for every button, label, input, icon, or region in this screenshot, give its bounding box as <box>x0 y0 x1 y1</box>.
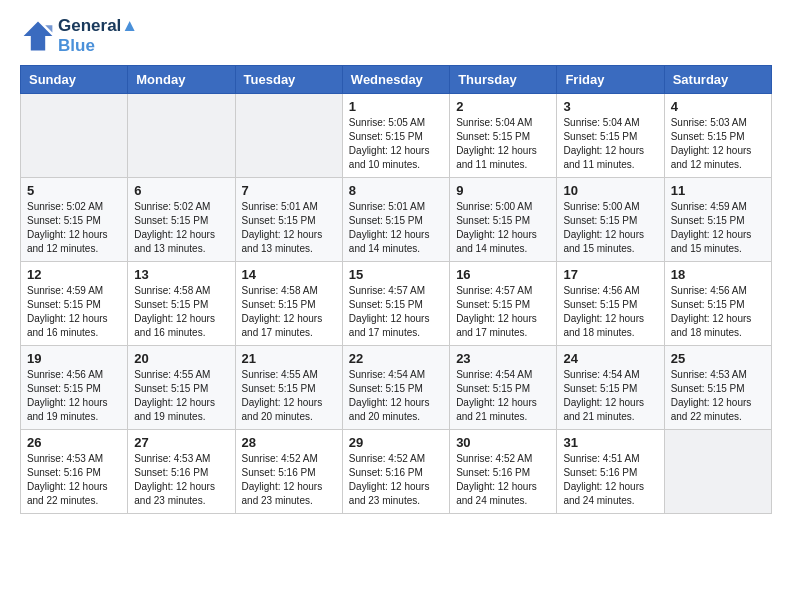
calendar-cell: 13Sunrise: 4:58 AM Sunset: 5:15 PM Dayli… <box>128 262 235 346</box>
calendar-cell: 28Sunrise: 4:52 AM Sunset: 5:16 PM Dayli… <box>235 430 342 514</box>
calendar-cell: 16Sunrise: 4:57 AM Sunset: 5:15 PM Dayli… <box>450 262 557 346</box>
calendar-cell: 15Sunrise: 4:57 AM Sunset: 5:15 PM Dayli… <box>342 262 449 346</box>
calendar-cell: 3Sunrise: 5:04 AM Sunset: 5:15 PM Daylig… <box>557 94 664 178</box>
day-number: 3 <box>563 99 657 114</box>
weekday-header-friday: Friday <box>557 66 664 94</box>
day-info: Sunrise: 4:54 AM Sunset: 5:15 PM Dayligh… <box>563 368 657 424</box>
day-number: 2 <box>456 99 550 114</box>
day-info: Sunrise: 4:57 AM Sunset: 5:15 PM Dayligh… <box>349 284 443 340</box>
calendar-cell: 1Sunrise: 5:05 AM Sunset: 5:15 PM Daylig… <box>342 94 449 178</box>
day-number: 24 <box>563 351 657 366</box>
logo-text: General▲ Blue <box>58 16 138 55</box>
day-number: 29 <box>349 435 443 450</box>
header: General▲ Blue <box>20 16 772 55</box>
weekday-header-row: SundayMondayTuesdayWednesdayThursdayFrid… <box>21 66 772 94</box>
calendar-cell: 22Sunrise: 4:54 AM Sunset: 5:15 PM Dayli… <box>342 346 449 430</box>
weekday-header-monday: Monday <box>128 66 235 94</box>
day-info: Sunrise: 4:53 AM Sunset: 5:16 PM Dayligh… <box>134 452 228 508</box>
calendar-cell <box>235 94 342 178</box>
calendar-week-3: 12Sunrise: 4:59 AM Sunset: 5:15 PM Dayli… <box>21 262 772 346</box>
calendar-cell: 24Sunrise: 4:54 AM Sunset: 5:15 PM Dayli… <box>557 346 664 430</box>
calendar-cell: 2Sunrise: 5:04 AM Sunset: 5:15 PM Daylig… <box>450 94 557 178</box>
day-info: Sunrise: 5:04 AM Sunset: 5:15 PM Dayligh… <box>456 116 550 172</box>
day-info: Sunrise: 4:57 AM Sunset: 5:15 PM Dayligh… <box>456 284 550 340</box>
calendar-cell: 17Sunrise: 4:56 AM Sunset: 5:15 PM Dayli… <box>557 262 664 346</box>
day-number: 28 <box>242 435 336 450</box>
day-info: Sunrise: 4:53 AM Sunset: 5:15 PM Dayligh… <box>671 368 765 424</box>
day-number: 23 <box>456 351 550 366</box>
day-number: 27 <box>134 435 228 450</box>
day-number: 22 <box>349 351 443 366</box>
day-info: Sunrise: 4:56 AM Sunset: 5:15 PM Dayligh… <box>27 368 121 424</box>
calendar-table: SundayMondayTuesdayWednesdayThursdayFrid… <box>20 65 772 514</box>
calendar-cell: 11Sunrise: 4:59 AM Sunset: 5:15 PM Dayli… <box>664 178 771 262</box>
day-number: 16 <box>456 267 550 282</box>
day-info: Sunrise: 4:54 AM Sunset: 5:15 PM Dayligh… <box>456 368 550 424</box>
day-number: 6 <box>134 183 228 198</box>
day-info: Sunrise: 5:02 AM Sunset: 5:15 PM Dayligh… <box>27 200 121 256</box>
calendar-week-5: 26Sunrise: 4:53 AM Sunset: 5:16 PM Dayli… <box>21 430 772 514</box>
calendar-cell: 12Sunrise: 4:59 AM Sunset: 5:15 PM Dayli… <box>21 262 128 346</box>
day-number: 31 <box>563 435 657 450</box>
weekday-header-wednesday: Wednesday <box>342 66 449 94</box>
calendar-cell: 27Sunrise: 4:53 AM Sunset: 5:16 PM Dayli… <box>128 430 235 514</box>
calendar-cell: 30Sunrise: 4:52 AM Sunset: 5:16 PM Dayli… <box>450 430 557 514</box>
day-info: Sunrise: 5:01 AM Sunset: 5:15 PM Dayligh… <box>242 200 336 256</box>
day-number: 8 <box>349 183 443 198</box>
day-info: Sunrise: 4:58 AM Sunset: 5:15 PM Dayligh… <box>242 284 336 340</box>
day-number: 11 <box>671 183 765 198</box>
day-info: Sunrise: 4:52 AM Sunset: 5:16 PM Dayligh… <box>349 452 443 508</box>
calendar-cell: 23Sunrise: 4:54 AM Sunset: 5:15 PM Dayli… <box>450 346 557 430</box>
day-number: 4 <box>671 99 765 114</box>
day-number: 5 <box>27 183 121 198</box>
calendar-week-2: 5Sunrise: 5:02 AM Sunset: 5:15 PM Daylig… <box>21 178 772 262</box>
day-info: Sunrise: 4:53 AM Sunset: 5:16 PM Dayligh… <box>27 452 121 508</box>
day-info: Sunrise: 5:04 AM Sunset: 5:15 PM Dayligh… <box>563 116 657 172</box>
day-number: 25 <box>671 351 765 366</box>
day-info: Sunrise: 4:58 AM Sunset: 5:15 PM Dayligh… <box>134 284 228 340</box>
calendar-cell: 21Sunrise: 4:55 AM Sunset: 5:15 PM Dayli… <box>235 346 342 430</box>
calendar-cell: 5Sunrise: 5:02 AM Sunset: 5:15 PM Daylig… <box>21 178 128 262</box>
calendar-cell: 9Sunrise: 5:00 AM Sunset: 5:15 PM Daylig… <box>450 178 557 262</box>
calendar-cell: 4Sunrise: 5:03 AM Sunset: 5:15 PM Daylig… <box>664 94 771 178</box>
day-number: 1 <box>349 99 443 114</box>
calendar-cell <box>664 430 771 514</box>
day-info: Sunrise: 5:03 AM Sunset: 5:15 PM Dayligh… <box>671 116 765 172</box>
calendar-cell: 10Sunrise: 5:00 AM Sunset: 5:15 PM Dayli… <box>557 178 664 262</box>
day-number: 18 <box>671 267 765 282</box>
calendar-week-4: 19Sunrise: 4:56 AM Sunset: 5:15 PM Dayli… <box>21 346 772 430</box>
weekday-header-thursday: Thursday <box>450 66 557 94</box>
calendar-cell <box>21 94 128 178</box>
logo-icon <box>20 18 56 54</box>
day-number: 26 <box>27 435 121 450</box>
day-info: Sunrise: 4:55 AM Sunset: 5:15 PM Dayligh… <box>134 368 228 424</box>
day-info: Sunrise: 5:00 AM Sunset: 5:15 PM Dayligh… <box>456 200 550 256</box>
day-info: Sunrise: 4:56 AM Sunset: 5:15 PM Dayligh… <box>563 284 657 340</box>
day-info: Sunrise: 4:59 AM Sunset: 5:15 PM Dayligh… <box>27 284 121 340</box>
day-number: 20 <box>134 351 228 366</box>
day-number: 9 <box>456 183 550 198</box>
day-number: 12 <box>27 267 121 282</box>
day-number: 17 <box>563 267 657 282</box>
weekday-header-saturday: Saturday <box>664 66 771 94</box>
day-info: Sunrise: 4:52 AM Sunset: 5:16 PM Dayligh… <box>242 452 336 508</box>
calendar-cell: 20Sunrise: 4:55 AM Sunset: 5:15 PM Dayli… <box>128 346 235 430</box>
day-number: 19 <box>27 351 121 366</box>
calendar-cell <box>128 94 235 178</box>
calendar-cell: 19Sunrise: 4:56 AM Sunset: 5:15 PM Dayli… <box>21 346 128 430</box>
day-info: Sunrise: 5:00 AM Sunset: 5:15 PM Dayligh… <box>563 200 657 256</box>
calendar-cell: 31Sunrise: 4:51 AM Sunset: 5:16 PM Dayli… <box>557 430 664 514</box>
day-info: Sunrise: 4:52 AM Sunset: 5:16 PM Dayligh… <box>456 452 550 508</box>
calendar-cell: 14Sunrise: 4:58 AM Sunset: 5:15 PM Dayli… <box>235 262 342 346</box>
day-info: Sunrise: 4:54 AM Sunset: 5:15 PM Dayligh… <box>349 368 443 424</box>
calendar-cell: 7Sunrise: 5:01 AM Sunset: 5:15 PM Daylig… <box>235 178 342 262</box>
logo: General▲ Blue <box>20 16 138 55</box>
calendar-cell: 29Sunrise: 4:52 AM Sunset: 5:16 PM Dayli… <box>342 430 449 514</box>
day-number: 15 <box>349 267 443 282</box>
day-info: Sunrise: 5:02 AM Sunset: 5:15 PM Dayligh… <box>134 200 228 256</box>
weekday-header-tuesday: Tuesday <box>235 66 342 94</box>
calendar-cell: 8Sunrise: 5:01 AM Sunset: 5:15 PM Daylig… <box>342 178 449 262</box>
day-number: 10 <box>563 183 657 198</box>
calendar-body: 1Sunrise: 5:05 AM Sunset: 5:15 PM Daylig… <box>21 94 772 514</box>
day-info: Sunrise: 5:05 AM Sunset: 5:15 PM Dayligh… <box>349 116 443 172</box>
